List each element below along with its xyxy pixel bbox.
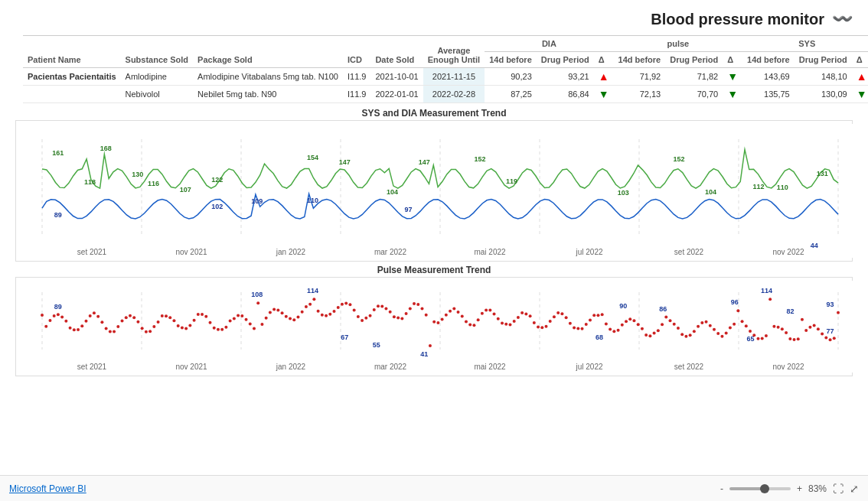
sys-dia-chart-container [15, 120, 853, 262]
footer-controls: - + 83% ⛶ ⤢ [720, 483, 859, 495]
cell-pulse-dp: 71,82 [665, 68, 723, 86]
cell-dia-dp: 86,84 [537, 86, 594, 103]
cell-package: Amlodipine Vitabalans 5mg tab. N100 [193, 68, 343, 86]
col-icd: ICD [343, 36, 370, 68]
cell-enough-until: 2021-11-15 [423, 68, 485, 86]
cell-icd: I11.9 [343, 86, 370, 103]
col-enough-until: Average Enough Until [423, 36, 485, 68]
col-sys-14d: 14d before [742, 52, 795, 68]
col-dia-dp: Drug Period [537, 52, 594, 68]
table-row: Nebivolol Nebilet 5mg tab. N90 I11.9 202… [23, 86, 868, 103]
cell-sys-delta: ▼ [852, 86, 868, 103]
cell-dia-dp: 93,21 [537, 68, 594, 86]
cell-date-sold: 2021-10-01 [370, 68, 423, 86]
cell-sys-14d: 143,69 [742, 68, 795, 86]
cell-sys-dp: 148,10 [795, 68, 852, 86]
table-row: Pacientas Pacientaitis Amlodipine Amlodi… [23, 68, 868, 86]
cell-substance: Amlodipine [121, 68, 194, 86]
cell-patient [23, 86, 121, 103]
measurements-table: Patient Name Substance Sold Package Sold… [23, 35, 868, 103]
chart-icon: 〰️ [832, 9, 853, 29]
col-sys-delta: Δ [852, 52, 868, 68]
data-table-section: Patient Name Substance Sold Package Sold… [0, 35, 868, 103]
col-date-sold: Date Sold [370, 36, 423, 68]
col-dia-14d: 14d before [485, 52, 537, 68]
col-substance-sold: Substance Sold [121, 36, 194, 68]
sys-dia-chart-section: SYS and DIA Measurement Trend [0, 108, 868, 262]
col-dia-group: DIA [485, 36, 613, 52]
cell-pulse-14d: 71,92 [614, 68, 666, 86]
cell-date-sold: 2022-01-01 [370, 86, 423, 103]
col-pulse-group: pulse [614, 36, 742, 52]
sys-dia-chart-title: SYS and DIA Measurement Trend [15, 108, 853, 119]
col-sys-group: SYS [742, 36, 868, 52]
zoom-slider[interactable] [729, 487, 791, 490]
col-pulse-delta: Δ [723, 52, 742, 68]
zoom-minus[interactable]: - [720, 483, 723, 494]
pulse-chart-section: Pulse Measurement Trend [0, 265, 868, 376]
cell-sys-delta: ▲ [852, 68, 868, 86]
cell-enough-until: 2022-02-28 [423, 86, 485, 103]
cell-dia-delta: ▲ [594, 68, 614, 86]
zoom-level: 83% [808, 483, 827, 494]
sys-dia-canvas [19, 124, 853, 258]
cell-pulse-dp: 70,70 [665, 86, 723, 103]
cell-substance: Nebivolol [121, 86, 194, 103]
cell-package: Nebilet 5mg tab. N90 [193, 86, 343, 103]
col-dia-delta: Δ [594, 52, 614, 68]
col-patient-name: Patient Name [23, 36, 121, 68]
pulse-canvas [19, 281, 853, 372]
cell-icd: I11.9 [343, 68, 370, 86]
cell-sys-14d: 135,75 [742, 86, 795, 103]
page-title: Blood pressure monitor [651, 11, 824, 28]
cell-dia-14d: 90,23 [485, 68, 537, 86]
pulse-chart-title: Pulse Measurement Trend [15, 265, 853, 275]
cell-patient: Pacientas Pacientaitis [23, 68, 121, 86]
footer: Microsoft Power BI - + 83% ⛶ ⤢ [0, 475, 868, 501]
cell-sys-dp: 130,09 [795, 86, 852, 103]
zoom-thumb[interactable] [760, 484, 769, 493]
cell-dia-14d: 87,25 [485, 86, 537, 103]
cell-pulse-delta: ▼ [723, 68, 742, 86]
cell-dia-delta: ▼ [594, 86, 614, 103]
zoom-plus[interactable]: + [797, 483, 802, 494]
pulse-chart-container [15, 277, 853, 376]
power-bi-link[interactable]: Microsoft Power BI [9, 483, 86, 494]
col-package-sold: Package Sold [193, 36, 343, 68]
cell-pulse-14d: 72,13 [614, 86, 666, 103]
fullscreen-icon[interactable]: ⛶ [833, 483, 844, 495]
col-sys-dp: Drug Period [795, 52, 852, 68]
expand-icon[interactable]: ⤢ [850, 483, 859, 495]
header: Blood pressure monitor 〰️ [0, 0, 868, 35]
cell-pulse-delta: ▼ [723, 86, 742, 103]
col-pulse-14d: 14d before [614, 52, 666, 68]
col-pulse-dp: Drug Period [665, 52, 723, 68]
